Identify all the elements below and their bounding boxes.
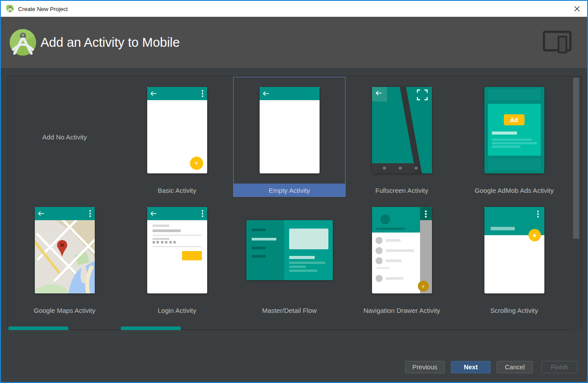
password-dots	[153, 241, 176, 244]
master-detail-thumbnail	[246, 220, 333, 280]
thumbnail-appbar	[147, 87, 207, 100]
mobile-tablet-form-factor-icon	[542, 30, 573, 54]
template-label: Google Maps Activity	[8, 304, 121, 317]
template-label: Basic Activity	[121, 184, 233, 197]
template-label: Scrolling Activity	[458, 304, 570, 317]
template-card-add-no-activity[interactable]: Add No Activity	[8, 77, 121, 197]
thumbnail-appbar	[35, 207, 95, 220]
template-card-master-detail-flow[interactable]: Master/Detail Flow	[233, 197, 346, 317]
cancel-button[interactable]: Cancel	[497, 361, 533, 373]
template-label: Navigation Drawer Activity	[346, 304, 458, 317]
template-card-google-maps-activity[interactable]: Google Maps Activity	[8, 197, 121, 317]
template-card-scrolling-activity[interactable]: ★ Scrolling Activity	[458, 197, 570, 317]
close-button[interactable]	[567, 1, 587, 17]
template-card-fullscreen-activity[interactable]: Fullscreen Activity	[346, 77, 458, 197]
android-studio-logo	[9, 28, 37, 56]
wizard-header: Add an Activity to Mobile	[1, 17, 587, 68]
back-arrow-icon	[263, 91, 269, 96]
template-label: Add No Activity	[8, 77, 121, 197]
overflow-menu-icon	[89, 210, 92, 217]
wizard-footer: Previous Next Cancel Finish	[405, 361, 577, 373]
template-card-partial-2[interactable]	[121, 317, 233, 330]
drawer-avatar	[380, 214, 390, 224]
template-card-login-activity[interactable]: Login Activity	[121, 197, 233, 317]
partial-thumbnail-top	[121, 327, 181, 330]
empty-activity-thumbnail	[260, 87, 320, 173]
overflow-menu-icon	[424, 210, 427, 218]
close-icon	[574, 6, 580, 12]
fab-star-icon: ★	[528, 229, 541, 241]
android-studio-mini-icon	[6, 5, 14, 13]
create-new-project-dialog: Create New Project Add an Activity to Mo…	[0, 0, 588, 383]
previous-button[interactable]: Previous	[405, 361, 445, 373]
template-card-basic-activity[interactable]: + Basic Activity	[121, 77, 233, 197]
gallery-viewport: Add No Activity +	[8, 77, 572, 330]
scrolling-activity-thumbnail: ★	[484, 207, 544, 293]
overflow-menu-icon	[537, 210, 540, 218]
template-label: Master/Detail Flow	[233, 304, 346, 317]
thumbnail-appbar	[260, 87, 320, 100]
overflow-menu-icon	[201, 210, 204, 217]
titlebar: Create New Project	[1, 1, 587, 17]
template-card-partial-1[interactable]	[8, 317, 121, 330]
admob-activity-thumbnail: Ad	[484, 87, 544, 173]
maps-activity-thumbnail	[35, 207, 95, 293]
scrollbar-thumb[interactable]	[573, 78, 579, 239]
next-button[interactable]: Next	[451, 361, 491, 373]
activity-template-gallery: Add No Activity +	[7, 76, 582, 330]
window-title: Create New Project	[18, 6, 68, 12]
back-arrow-icon	[150, 211, 157, 216]
template-label: Login Activity	[121, 304, 233, 317]
basic-activity-thumbnail: +	[147, 87, 207, 173]
overflow-menu-icon	[201, 90, 204, 97]
navigation-drawer-thumbnail: +	[372, 207, 432, 293]
login-activity-thumbnail	[147, 207, 207, 293]
back-arrow-icon	[150, 91, 157, 96]
template-card-google-admob-ads-activity[interactable]: Ad Google AdMob Ads Activity	[458, 77, 570, 197]
template-label: Fullscreen Activity	[346, 184, 458, 197]
back-arrow-icon	[38, 211, 45, 216]
finish-button: Finish	[541, 361, 577, 373]
thumbnail-appbar	[147, 207, 207, 220]
template-label: Google AdMob Ads Activity	[458, 184, 570, 197]
fullscreen-activity-thumbnail	[372, 87, 432, 173]
fab-plus-icon: +	[418, 281, 429, 292]
fab-plus-icon: +	[190, 157, 203, 170]
ad-badge: Ad	[504, 114, 525, 125]
template-card-empty-activity[interactable]: Empty Activity	[233, 77, 346, 197]
map-image	[35, 220, 95, 293]
vertical-scrollbar[interactable]	[571, 77, 581, 330]
login-button-placeholder	[182, 251, 202, 260]
template-card-navigation-drawer-activity[interactable]: + Navigation Drawer Activity	[346, 197, 458, 317]
template-label-selected: Empty Activity	[233, 184, 346, 197]
partial-thumbnail-top	[8, 327, 68, 330]
page-title: Add an Activity to Mobile	[41, 35, 180, 50]
